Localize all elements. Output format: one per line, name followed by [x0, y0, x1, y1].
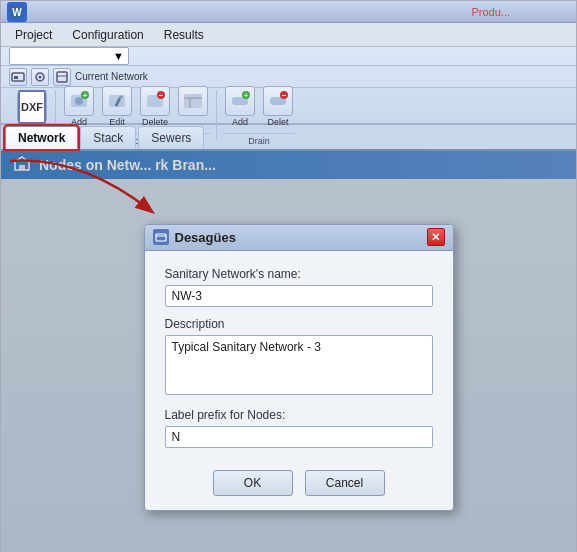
nodes-delete-icon: −: [140, 86, 170, 116]
chevron-down-icon: ▼: [113, 50, 124, 62]
description-label: Description: [165, 317, 433, 331]
import-icons: DXF: [15, 90, 49, 124]
nodes-add-icon: +: [64, 86, 94, 116]
title-bar: W Produ...: [1, 1, 576, 23]
nodes-icons: + Add Edit: [62, 84, 210, 129]
drain-delete-label: Delet: [267, 117, 288, 127]
dialog-body: Sanitary Network's name: Description Typ…: [145, 251, 453, 460]
ribbon-section-drain: + Add − Delet: [217, 90, 301, 140]
nodes-extra-button[interactable]: [176, 84, 210, 129]
nodes-add-button[interactable]: + Add: [62, 84, 96, 129]
dialog-title: Desagües: [175, 230, 427, 245]
tab-stack[interactable]: Stack: [80, 126, 136, 149]
nodes-extra-icon: [178, 86, 208, 116]
svg-point-5: [39, 75, 42, 78]
svg-text:+: +: [83, 91, 88, 100]
menu-project[interactable]: Project: [5, 26, 62, 44]
drain-delete-button[interactable]: − Delet: [261, 84, 295, 129]
drain-icons: + Add − Delet: [223, 84, 295, 129]
menu-results[interactable]: Results: [154, 26, 214, 44]
network-dropdown[interactable]: ▼: [9, 47, 129, 65]
dialog-buttons: OK Cancel: [145, 460, 453, 510]
modal-overlay: Desagües ✕ Sanitary Network's name: Desc…: [1, 151, 576, 552]
app-window: W Produ... Project Configuration Results…: [0, 0, 577, 552]
network-name-label: Sanitary Network's name:: [165, 267, 433, 281]
drain-add-icon: +: [225, 86, 255, 116]
svg-text:−: −: [159, 91, 164, 100]
menu-bar: Project Configuration Results: [1, 23, 576, 47]
svg-text:−: −: [282, 91, 287, 100]
qa-icon-2[interactable]: [31, 68, 49, 86]
ok-button[interactable]: OK: [213, 470, 293, 496]
svg-text:W: W: [12, 7, 22, 18]
drain-add-button[interactable]: + Add: [223, 84, 257, 129]
dxf-button[interactable]: DXF: [15, 90, 49, 124]
qa-icon-3[interactable]: [53, 68, 71, 86]
product-label: Produ...: [471, 6, 570, 18]
description-input[interactable]: Typical Sanitary Network - 3: [165, 335, 433, 395]
tab-network[interactable]: Network: [5, 126, 78, 149]
svg-rect-6: [57, 72, 67, 82]
content-area: Nodes on Netw... rk Bran...: [1, 151, 576, 552]
drain-delete-icon: −: [263, 86, 293, 116]
qa-icon-1[interactable]: [9, 68, 27, 86]
nodes-delete-button[interactable]: − Delete: [138, 84, 172, 129]
dxf-label: DXF: [18, 90, 46, 124]
svg-rect-3: [14, 76, 18, 79]
svg-rect-16: [184, 94, 202, 108]
dxf-icon-box: DXF: [17, 92, 47, 122]
nodes-edit-icon: [102, 86, 132, 116]
dialog-title-bar: Desagües ✕: [145, 225, 453, 251]
cancel-button[interactable]: Cancel: [305, 470, 385, 496]
svg-rect-27: [156, 234, 166, 241]
drain-section-label: Drain: [223, 133, 295, 146]
menu-configuration[interactable]: Configuration: [62, 26, 153, 44]
nodes-edit-button[interactable]: Edit: [100, 84, 134, 129]
ribbon: ▼ Current: [1, 47, 576, 125]
dialog: Desagües ✕ Sanitary Network's name: Desc…: [144, 224, 454, 511]
network-name-input[interactable]: [165, 285, 433, 307]
dialog-icon: [153, 229, 169, 245]
current-network-label: Current Network: [75, 71, 148, 82]
drain-add-label: Add: [232, 117, 248, 127]
dialog-close-button[interactable]: ✕: [427, 228, 445, 246]
tab-sewers[interactable]: Sewers: [138, 126, 204, 149]
ribbon-top: ▼: [1, 47, 576, 66]
label-prefix-input[interactable]: [165, 426, 433, 448]
app-logo: W: [7, 2, 27, 22]
label-prefix-label: Label prefix for Nodes:: [165, 408, 433, 422]
svg-text:+: +: [244, 91, 249, 100]
